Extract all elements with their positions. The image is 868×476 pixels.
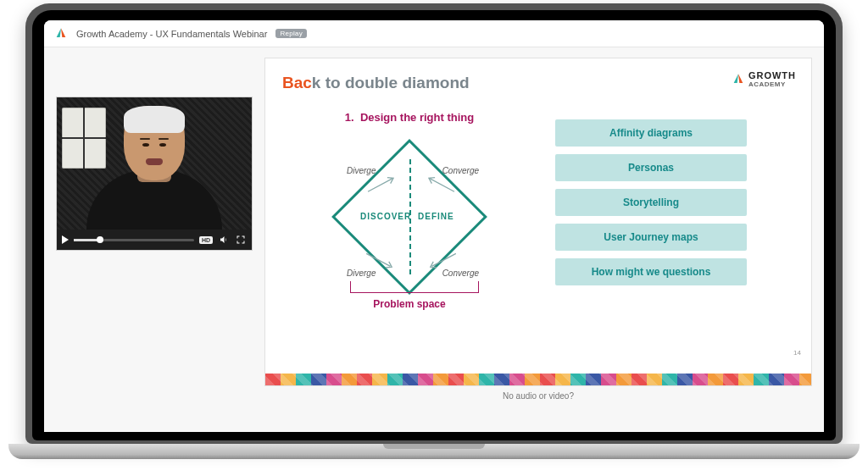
presenter-figure	[82, 102, 226, 230]
slide-column: GROWTH ACADEMY Back to double diamond	[264, 58, 812, 401]
step-heading: 1. Design the right thing	[282, 111, 537, 124]
content-area: HD	[44, 47, 824, 411]
converge-label-top: Converge	[442, 166, 479, 175]
app-header: Growth Academy - UX Fundamentals Webinar…	[44, 20, 824, 47]
define-label: DEFINE	[418, 212, 454, 221]
slide-title-rest: k to double diamond	[312, 74, 470, 91]
methods-list: Affinity diagrams Personas Storytelling …	[555, 119, 747, 302]
quality-badge[interactable]: HD	[199, 236, 213, 244]
laptop-frame: Growth Academy - UX Fundamentals Webinar…	[25, 3, 843, 444]
discover-label: DISCOVER	[360, 212, 411, 221]
method-card: How might we questions	[555, 258, 747, 285]
converge-label-bottom: Converge	[442, 268, 479, 278]
replay-badge: Replay	[275, 29, 307, 38]
diverge-label-bottom: Diverge	[347, 268, 376, 278]
player-controls: HD	[57, 230, 252, 250]
presentation-slide: GROWTH ACADEMY Back to double diamond	[264, 58, 812, 386]
step-text: Design the right thing	[360, 111, 474, 124]
brand-logo-icon	[54, 27, 68, 41]
method-card: Personas	[555, 154, 747, 181]
slide-title-accent: Bac	[282, 74, 312, 91]
problem-space-bracket	[350, 281, 479, 293]
volume-icon[interactable]	[218, 234, 230, 246]
problem-space-label: Problem space	[282, 298, 537, 310]
webinar-title: Growth Academy - UX Fundamentals Webinar	[76, 29, 267, 39]
seek-bar[interactable]	[74, 239, 194, 241]
method-card: Storytelling	[555, 189, 747, 216]
laptop-base	[8, 444, 860, 459]
video-frame[interactable]	[57, 97, 252, 230]
video-player: HD	[56, 97, 253, 251]
method-card: Affinity diagrams	[555, 119, 747, 147]
double-diamond-diagram: 1. Design the right thing DISCOVER DEFIN…	[282, 111, 537, 302]
diverge-label-top: Diverge	[347, 166, 376, 175]
webinar-app: Growth Academy - UX Fundamentals Webinar…	[44, 20, 824, 432]
laptop-screen: Growth Academy - UX Fundamentals Webinar…	[32, 10, 836, 440]
slide-brand-logo: GROWTH ACADEMY	[732, 70, 796, 88]
fullscreen-icon[interactable]	[235, 234, 247, 246]
method-card: User Journey maps	[555, 224, 747, 251]
slide-page-number: 14	[793, 349, 801, 357]
slide-footer-pattern	[265, 374, 811, 385]
step-number: 1.	[345, 111, 354, 124]
slide-title: Back to double diamond	[282, 74, 794, 92]
brand-main: GROWTH	[748, 70, 796, 80]
av-help-link[interactable]: No audio or video?	[264, 391, 812, 401]
brand-sub: ACADEMY	[748, 80, 796, 88]
play-button[interactable]	[62, 235, 69, 244]
